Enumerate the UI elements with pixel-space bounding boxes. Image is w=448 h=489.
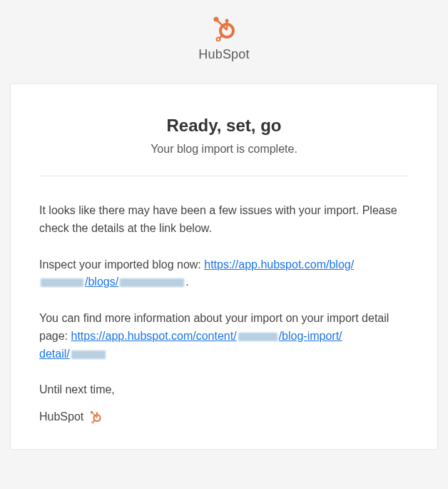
detail-link-part1: https://app.hubspot.com/content/	[71, 330, 236, 342]
svg-point-6	[217, 38, 220, 41]
redacted-content-id	[238, 333, 278, 341]
import-detail-link[interactable]: https://app.hubspot.com/content//blog-im…	[39, 330, 342, 360]
redacted-blog-id	[120, 278, 184, 287]
brand-name: HubSpot	[0, 47, 448, 62]
inspect-paragraph: Inspect your imported blog now: https://…	[39, 256, 409, 292]
inspect-trailing-period: .	[185, 276, 188, 288]
divider	[39, 176, 409, 176]
signature-text: HubSpot	[39, 410, 83, 423]
svg-point-13	[92, 421, 94, 423]
logo-area: HubSpot	[0, 0, 448, 74]
redacted-hub-id	[41, 278, 83, 287]
signature-line: HubSpot	[39, 410, 409, 423]
inspect-link-part1: https://app.hubspot.com/blog/	[204, 258, 354, 271]
detail-link-detail: detail/	[39, 348, 70, 360]
signoff-text: Until next time,	[39, 383, 409, 396]
email-page: HubSpot Ready, set, go Your blog import …	[0, 0, 448, 450]
inspect-link-blogs: /blogs/	[85, 276, 118, 288]
detail-link-blog-import: /blog-import/	[279, 330, 342, 342]
main-subtitle: Your blog import is complete.	[39, 143, 409, 156]
main-title: Ready, set, go	[39, 116, 409, 136]
inspect-prefix: Inspect your imported blog now:	[39, 258, 204, 271]
issues-paragraph: It looks like there may have been a few …	[39, 202, 409, 238]
hubspot-sprocket-icon	[89, 410, 102, 423]
email-card: Ready, set, go Your blog import is compl…	[10, 84, 438, 450]
redacted-import-id	[71, 351, 106, 359]
detail-paragraph: You can find more information about your…	[39, 310, 409, 363]
hubspot-logo-icon	[212, 16, 236, 41]
